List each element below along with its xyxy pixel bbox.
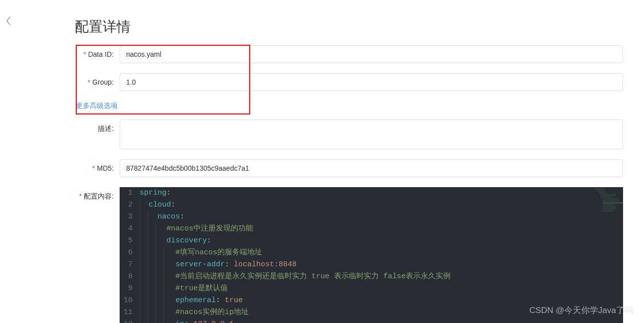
back-button[interactable] [5,15,12,29]
line-number: 8 [120,271,140,283]
code-line: 12 ip: 127.0.0.1 [120,319,623,323]
code-text: #true是默认值 [140,283,623,295]
data-id-label: *Data ID: [75,45,120,63]
md5-label: *MD5: [75,159,120,177]
code-text: spring: [140,187,623,199]
group-input[interactable] [120,73,623,91]
more-options-link[interactable]: 更多高级选项 [76,102,118,110]
code-line: 8 #当前启动进程是永久实例还是临时实力 true 表示临时实力 false表示… [120,271,623,283]
code-line: 4 #nacos中注册发现的功能 [120,223,623,235]
code-text: discovery: [140,235,623,247]
line-number: 5 [120,235,140,247]
config-content-label: *配置内容: [75,187,120,205]
code-text: server-addr: localhost:8848 [140,259,623,271]
page-title: 配置详情 [75,17,623,36]
line-number: 6 [120,247,140,259]
code-line: 7 server-addr: localhost:8848 [120,259,623,271]
config-content-row: *配置内容: 1spring:2 cloud:3 nacos:4 #nacos中… [75,187,623,323]
code-line: 6 #填写nacos的服务端地址 [120,247,623,259]
code-text: nacos: [140,211,623,223]
data-id-input[interactable] [120,45,623,63]
code-line: 5 discovery: [120,235,623,247]
code-line: 2 cloud: [120,199,623,211]
line-number: 10 [120,295,140,307]
code-text: #当前启动进程是永久实例还是临时实力 true 表示临时实力 false表示永久… [140,271,623,283]
code-text: #填写nacos的服务端地址 [140,247,623,259]
code-line: 1spring: [120,187,623,199]
description-label: 描述: [75,119,120,137]
line-number: 12 [120,319,140,323]
line-number: 9 [120,283,140,295]
code-text: cloud: [140,199,623,211]
description-input[interactable] [120,119,623,149]
config-content-editor[interactable]: 1spring:2 cloud:3 nacos:4 #nacos中注册发现的功能… [120,187,623,323]
line-number: 11 [120,307,140,319]
code-line: 9 #true是默认值 [120,283,623,295]
watermark: CSDN @今天你学Java了吗 [529,305,633,316]
code-line: 3 nacos: [120,211,623,223]
md5-row: *MD5: [75,159,623,177]
code-text: ip: 127.0.0.1 [140,319,623,323]
description-row: 描述: [75,119,623,149]
config-detail-panel: 配置详情 *Data ID: *Group: 更多高级选项 描述: *MD5: … [75,0,623,323]
group-row: *Group: [75,73,623,91]
line-number: 3 [120,211,140,223]
line-number: 4 [120,223,140,235]
group-label: *Group: [75,73,120,91]
md5-input[interactable] [120,159,623,177]
line-number: 1 [120,187,140,199]
line-number: 2 [120,199,140,211]
data-id-row: *Data ID: [75,45,623,63]
code-text: #nacos中注册发现的功能 [140,223,623,235]
line-number: 7 [120,259,140,271]
